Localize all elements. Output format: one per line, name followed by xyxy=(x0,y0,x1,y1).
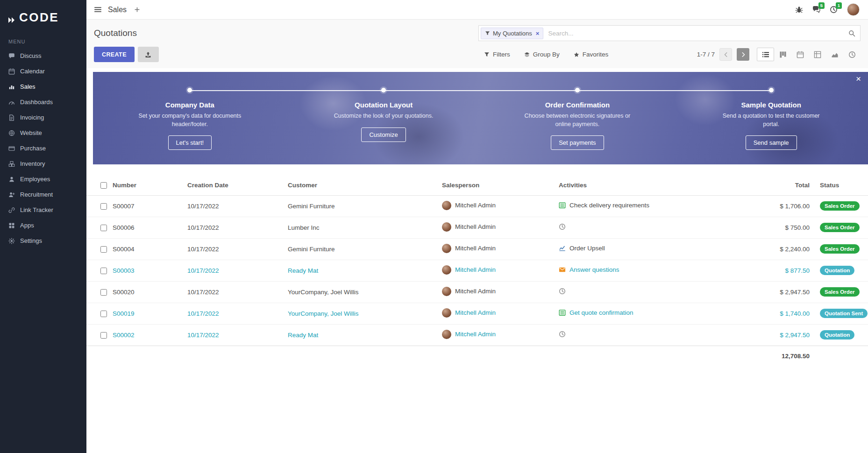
chip-remove-icon[interactable]: × xyxy=(536,30,540,37)
cell-total: $ 750.00 xyxy=(751,217,816,238)
view-activity-button[interactable] xyxy=(843,48,861,61)
row-checkbox[interactable] xyxy=(100,203,107,210)
website-icon xyxy=(8,130,15,136)
column-header-activities[interactable]: Activities xyxy=(557,176,751,195)
view-pivot-button[interactable] xyxy=(809,48,826,61)
quotation-row[interactable]: S0000310/17/2022Ready MatMitchell AdminA… xyxy=(86,260,868,281)
sidebar-item-link-tracker[interactable]: Link Tracker xyxy=(0,202,86,218)
quotation-row[interactable]: S0000710/17/2022Gemini FurnitureMitchell… xyxy=(86,195,868,217)
status-badge: Quotation xyxy=(820,330,854,340)
onboarding-steps: Company DataSet your company's data for … xyxy=(93,72,868,164)
cell-creation-date: 10/17/2022 xyxy=(185,217,286,238)
sidebar-item-apps[interactable]: Apps xyxy=(0,218,86,233)
create-button[interactable]: CREATE xyxy=(94,47,135,62)
cell-activities[interactable]: Order Upsell xyxy=(557,238,751,260)
menu-section-label: MENU xyxy=(0,34,86,48)
banner-close-icon[interactable]: × xyxy=(856,74,861,83)
sidebar-item-settings[interactable]: Settings xyxy=(0,233,86,248)
select-all-checkbox[interactable] xyxy=(100,182,107,189)
step-action-button[interactable]: Let's start! xyxy=(168,135,212,150)
cell-customer: YourCompany, Joel Willis xyxy=(286,281,440,303)
cell-status: Quotation xyxy=(816,260,868,281)
sidebar-item-inventory[interactable]: Inventory xyxy=(0,156,86,171)
cell-activities[interactable]: Get quote confirmation xyxy=(557,303,751,324)
row-checkbox[interactable] xyxy=(100,289,107,296)
activity-label: Get quote confirmation xyxy=(569,309,633,316)
cell-activities[interactable] xyxy=(557,281,751,303)
search-icon[interactable] xyxy=(848,30,855,37)
import-button[interactable] xyxy=(138,47,159,62)
sidebar-item-employees[interactable]: Employees xyxy=(0,171,86,187)
pager-previous-button[interactable] xyxy=(719,48,732,61)
quotation-row[interactable]: S0000210/17/2022Ready MatMitchell Admin$… xyxy=(86,324,868,346)
step-action-button[interactable]: Send sample xyxy=(746,135,797,150)
sidebar-item-recruitment[interactable]: Recruitment xyxy=(0,187,86,202)
activities-button[interactable]: 1 xyxy=(830,6,838,14)
row-checkbox[interactable] xyxy=(100,311,107,317)
debug-icon[interactable] xyxy=(795,6,803,14)
sidebar-item-label: Website xyxy=(20,129,42,136)
column-header-creation-date[interactable]: Creation Date xyxy=(185,176,286,195)
sidebar-item-calendar[interactable]: Calendar xyxy=(0,64,86,79)
quotation-row[interactable]: S0001910/17/2022YourCompany, Joel Willis… xyxy=(86,303,868,324)
step-action-button[interactable]: Set payments xyxy=(551,135,604,150)
view-graph-button[interactable] xyxy=(826,48,843,61)
messages-button[interactable]: 5 xyxy=(812,6,820,14)
search-bar[interactable]: My Quotations × xyxy=(478,25,861,41)
user-avatar[interactable] xyxy=(847,3,860,16)
view-kanban-icon xyxy=(779,51,787,58)
sidebar-item-discuss[interactable]: Discuss xyxy=(0,48,86,64)
cell-activities[interactable] xyxy=(557,217,751,238)
search-filter-chip[interactable]: My Quotations × xyxy=(481,28,543,39)
quotation-row[interactable]: S0002010/17/2022YourCompany, Joel Willis… xyxy=(86,281,868,303)
step-action-button[interactable]: Customize xyxy=(361,127,406,142)
column-header-number[interactable]: Number xyxy=(111,176,185,195)
filters-button[interactable]: Filters xyxy=(484,51,510,58)
row-checkbox[interactable] xyxy=(100,225,107,231)
sidebar-item-purchase[interactable]: Purchase xyxy=(0,141,86,156)
salesperson-name: Mitchell Admin xyxy=(455,266,496,273)
row-checkbox[interactable] xyxy=(100,332,107,339)
quotation-row[interactable]: S0000410/17/2022Gemini FurnitureMitchell… xyxy=(86,238,868,260)
settings-icon xyxy=(8,238,15,244)
step-description: Send a quotation to test the customer po… xyxy=(715,112,827,128)
cell-activities[interactable]: Check delivery requirements xyxy=(557,195,751,217)
add-tab-icon[interactable] xyxy=(134,7,140,13)
column-header-salesperson[interactable]: Salesperson xyxy=(440,176,557,195)
systray: 5 1 xyxy=(795,3,860,16)
sidebar-item-sales[interactable]: Sales xyxy=(0,79,86,94)
row-checkbox[interactable] xyxy=(100,246,107,253)
step-title: Order Confirmation xyxy=(481,101,675,109)
page-title: Quotations xyxy=(94,28,137,38)
pager: 1-7 / 7 xyxy=(697,48,749,61)
favorites-button[interactable]: Favorites xyxy=(574,51,609,58)
group-by-button[interactable]: Group By xyxy=(524,51,560,58)
salesperson-name: Mitchell Admin xyxy=(455,202,496,209)
pager-next-button[interactable] xyxy=(737,48,749,61)
current-app-name[interactable]: Sales xyxy=(108,6,127,14)
cell-total: $ 2,947.50 xyxy=(751,324,816,346)
menu-toggle-icon[interactable] xyxy=(94,6,102,14)
view-kanban-button[interactable] xyxy=(774,48,791,61)
cell-number: S00004 xyxy=(111,238,185,260)
view-list-button[interactable] xyxy=(757,48,774,61)
sidebar-item-dashboards[interactable]: Dashboards xyxy=(0,94,86,110)
sidebar-item-label: Discuss xyxy=(20,52,42,59)
sidebar-item-invoicing[interactable]: Invoicing xyxy=(0,110,86,125)
view-calendar-button[interactable] xyxy=(791,48,809,61)
app-logo[interactable]: CODE xyxy=(0,0,86,34)
sidebar-item-label: Calendar xyxy=(20,68,45,75)
cell-activities[interactable]: Answer questions xyxy=(557,260,751,281)
messages-badge: 5 xyxy=(818,2,825,9)
search-input[interactable] xyxy=(543,30,848,37)
column-header-total[interactable]: Total xyxy=(751,176,816,195)
column-header-customer[interactable]: Customer xyxy=(286,176,440,195)
sidebar-item-website[interactable]: Website xyxy=(0,125,86,141)
cell-activities[interactable] xyxy=(557,324,751,346)
column-header-status[interactable]: Status xyxy=(816,176,868,195)
status-badge: Sales Order xyxy=(820,287,860,297)
row-checkbox[interactable] xyxy=(100,268,107,274)
quotation-row[interactable]: S0000610/17/2022Lumber IncMitchell Admin… xyxy=(86,217,868,238)
salesperson-name: Mitchell Admin xyxy=(455,309,496,316)
activity-label: Answer questions xyxy=(569,266,619,273)
